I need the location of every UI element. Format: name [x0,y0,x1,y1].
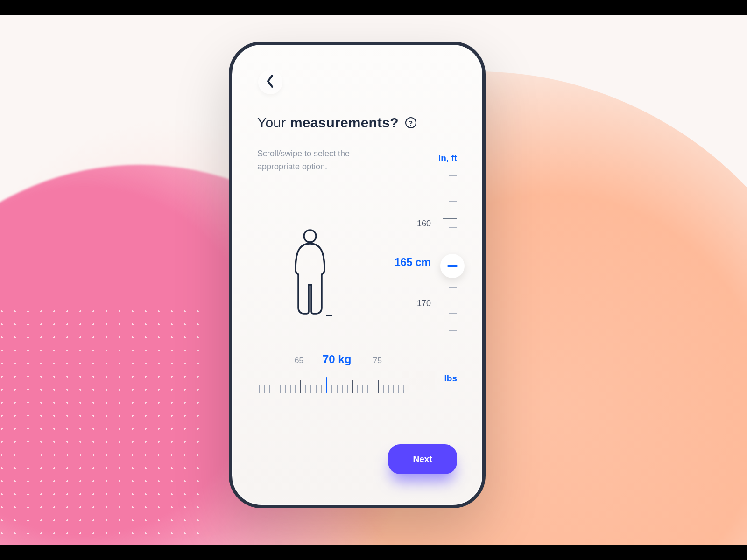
weight-labels: 65 70 kg 75 [269,353,457,368]
tick [310,385,311,393]
tick [449,339,457,339]
tick [321,385,322,393]
tick [337,385,338,393]
page-title: Your measurements? [257,115,399,131]
height-unit-toggle[interactable]: in, ft [438,153,457,163]
tick [449,245,457,245]
tick [449,330,457,331]
tick [285,385,286,393]
letterbox-bottom [0,545,747,560]
tick [449,322,457,322]
tick [331,385,332,393]
height-current-value: 165 cm [395,256,431,269]
weight-unit-toggle[interactable]: lbs [444,373,457,384]
body-area: 160 170 165 cm [257,222,457,362]
tick-selected [326,377,327,393]
tick-major [352,380,353,393]
tick [449,175,457,176]
tick [342,385,343,393]
tick-major [443,305,457,305]
tick [403,385,404,393]
tick [449,313,457,314]
tick [449,287,457,288]
person-icon [284,229,336,324]
tick [449,236,457,236]
tick [449,193,457,193]
tick [373,385,374,393]
tick [290,385,291,393]
tick [264,385,265,393]
tick [362,385,363,393]
tick [383,385,384,393]
height-tick-label: 170 [417,299,431,308]
tick [259,385,260,393]
chevron-left-icon [266,75,275,90]
tick [449,184,457,184]
tick [449,210,457,210]
tick [449,296,457,296]
tick [393,385,394,393]
title-bold: measurements? [290,115,399,130]
tick [449,201,457,202]
tick-major [275,380,275,393]
title-row: Your measurements? ? [257,115,457,131]
title-prefix: Your [257,115,290,130]
tick [347,385,348,393]
tick [367,385,368,393]
help-icon[interactable]: ? [405,117,416,128]
tick [449,227,457,228]
back-button[interactable] [258,70,282,94]
tick [305,385,306,393]
tick [398,385,399,393]
height-tick-label: 160 [417,219,431,229]
weight-current-value: 70 kg [323,353,351,366]
height-handle[interactable] [440,254,465,278]
weight-area: 65 70 kg 75 [257,353,457,409]
tick [357,385,358,393]
tick [449,348,457,348]
tick-major [378,380,379,393]
weight-ruler[interactable] [259,374,457,393]
letterbox-top [0,0,747,15]
handle-bar-icon [447,265,458,267]
height-ruler[interactable]: 160 170 165 cm [392,175,457,348]
weight-prev-value: 65 [295,356,303,365]
tick [449,279,457,279]
background-stage: Your measurements? ? Scroll/swipe to sel… [0,15,747,545]
tick [295,385,296,393]
phone-frame: Your measurements? ? Scroll/swipe to sel… [229,42,486,508]
tick [316,385,317,393]
svg-point-0 [304,230,316,242]
tick-major [443,218,457,219]
next-button[interactable]: Next [388,444,457,474]
tick [388,385,389,393]
tick-major [300,380,301,393]
instruction-text: Scroll/swipe to select the appropriate o… [257,147,369,174]
tick [280,385,281,393]
bg-dot-pattern [0,305,201,545]
weight-next-value: 75 [373,356,382,365]
screen: Your measurements? ? Scroll/swipe to sel… [232,45,482,505]
tick [269,385,270,393]
tick [449,253,457,253]
